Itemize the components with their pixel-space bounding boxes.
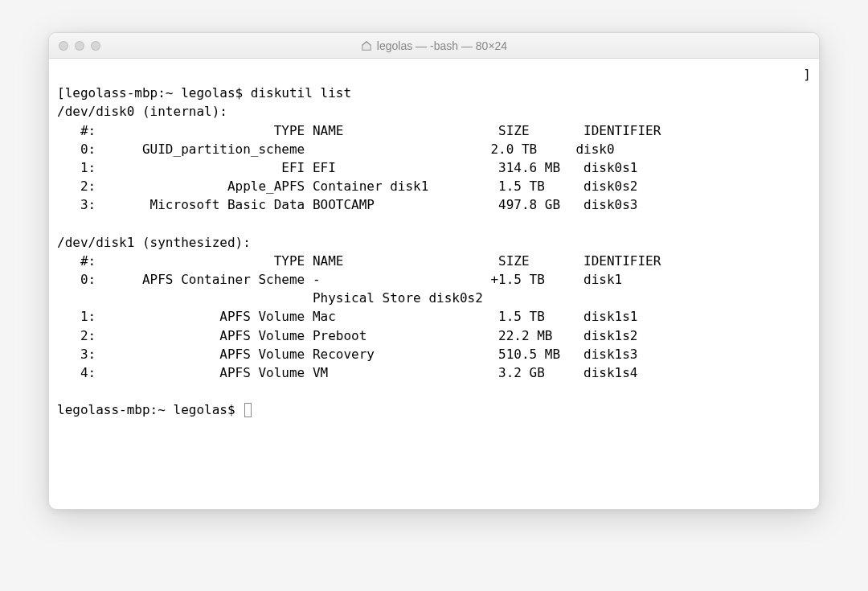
disk0-header: /dev/disk0 (internal): <box>57 104 227 119</box>
disk1-row: 4: APFS Volume VM 3.2 GB disk1s4 <box>57 365 637 380</box>
minimize-button[interactable] <box>75 41 84 51</box>
columns-header: #: TYPE NAME SIZE IDENTIFIER <box>57 123 661 138</box>
window-title: legolas — -bash — 80×24 <box>361 39 507 52</box>
disk0-row: 1: EFI EFI 314.6 MB disk0s1 <box>57 160 637 175</box>
disk1-header: /dev/disk1 (synthesized): <box>57 235 251 250</box>
disk1-row: 1: APFS Volume Mac 1.5 TB disk1s1 <box>57 309 637 324</box>
prompt-line-2: legolass-mbp:~ legolas$ <box>57 402 243 417</box>
cursor <box>244 403 252 417</box>
disk0-row: 3: Microsoft Basic Data BOOTCAMP 497.8 G… <box>57 197 637 212</box>
disk0-row: 2: Apple_APFS Container disk1 1.5 TB dis… <box>57 179 637 194</box>
close-button[interactable] <box>59 41 68 51</box>
disk1-row: 3: APFS Volume Recovery 510.5 MB disk1s3 <box>57 347 637 362</box>
home-icon <box>361 40 372 51</box>
zoom-button[interactable] <box>91 41 100 51</box>
window-title-text: legolas — -bash — 80×24 <box>377 39 507 52</box>
traffic-lights <box>59 41 100 51</box>
terminal-window: legolas — -bash — 80×24 ][legolass-mbp:~… <box>48 32 820 510</box>
prompt-line-1: [legolass-mbp:~ legolas$ diskutil list <box>57 85 351 101</box>
disk1-row: 2: APFS Volume Preboot 22.2 MB disk1s2 <box>57 328 637 343</box>
disk1-row: 0: APFS Container Scheme - +1.5 TB disk1 <box>57 272 622 287</box>
terminal-body[interactable]: ][legolass-mbp:~ legolas$ diskutil list … <box>49 59 819 509</box>
disk1-row: Physical Store disk0s2 <box>57 290 483 306</box>
right-bracket: ] <box>803 65 811 84</box>
columns-header: #: TYPE NAME SIZE IDENTIFIER <box>57 253 661 269</box>
title-bar: legolas — -bash — 80×24 <box>49 33 819 59</box>
disk0-row: 0: GUID_partition_scheme 2.0 TB disk0 <box>57 142 615 157</box>
